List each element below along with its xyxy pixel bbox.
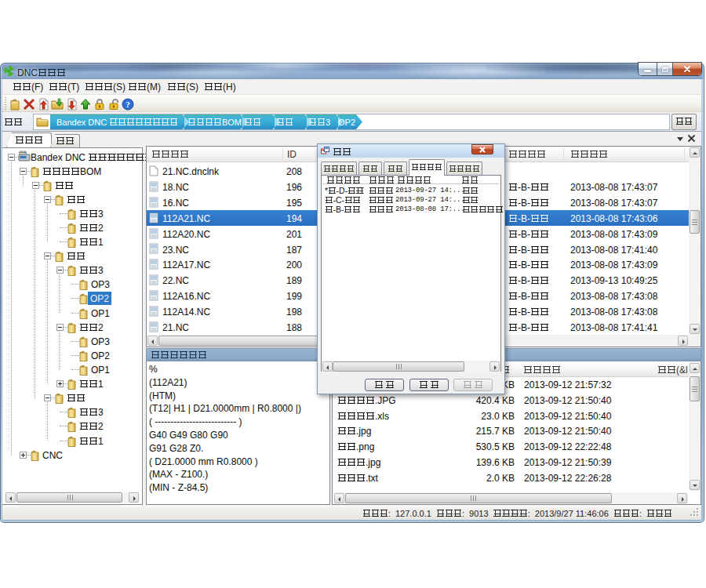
svg-text:?: ? (126, 100, 130, 109)
